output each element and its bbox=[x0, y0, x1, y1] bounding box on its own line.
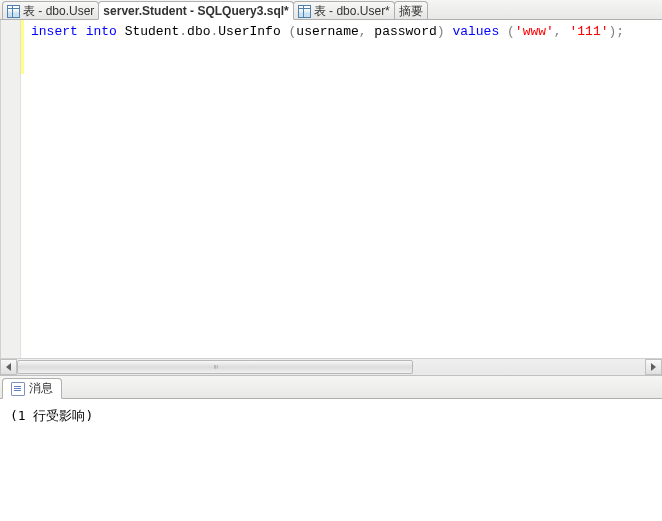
tab-summary[interactable]: 摘要 bbox=[394, 1, 428, 19]
message-line: (1 行受影响) bbox=[10, 407, 652, 425]
tab-label: 表 - dbo.User bbox=[23, 3, 94, 20]
document-tab-bar: 表 - dbo.User server.Student - SQLQuery3.… bbox=[0, 0, 662, 20]
table-icon bbox=[298, 5, 311, 18]
tab-sqlquery[interactable]: server.Student - SQLQuery3.sql* bbox=[98, 1, 293, 20]
horizontal-scrollbar[interactable] bbox=[0, 358, 662, 375]
messages-icon bbox=[11, 382, 25, 396]
messages-tab-bar: 消息 bbox=[0, 376, 662, 399]
tab-label: 表 - dbo.User* bbox=[314, 3, 390, 20]
messages-panel: 消息 (1 行受影响) bbox=[0, 375, 662, 520]
scroll-thumb[interactable] bbox=[17, 360, 413, 374]
scroll-track[interactable] bbox=[17, 359, 645, 375]
tab-label: 摘要 bbox=[399, 3, 423, 20]
tab-table-user-1[interactable]: 表 - dbo.User bbox=[2, 1, 99, 19]
tab-table-user-2[interactable]: 表 - dbo.User* bbox=[293, 1, 395, 19]
scroll-left-button[interactable] bbox=[0, 359, 17, 375]
editor-gutter bbox=[1, 20, 21, 358]
messages-tab[interactable]: 消息 bbox=[2, 378, 62, 399]
code-content[interactable]: insert into Student.dbo.UserInfo (userna… bbox=[1, 20, 662, 40]
scroll-right-button[interactable] bbox=[645, 359, 662, 375]
line-change-marker bbox=[21, 20, 24, 74]
sql-editor[interactable]: insert into Student.dbo.UserInfo (userna… bbox=[0, 20, 662, 358]
messages-tab-label: 消息 bbox=[29, 380, 53, 397]
messages-content[interactable]: (1 行受影响) bbox=[0, 399, 662, 520]
tab-label: server.Student - SQLQuery3.sql* bbox=[103, 4, 288, 18]
table-icon bbox=[7, 5, 20, 18]
